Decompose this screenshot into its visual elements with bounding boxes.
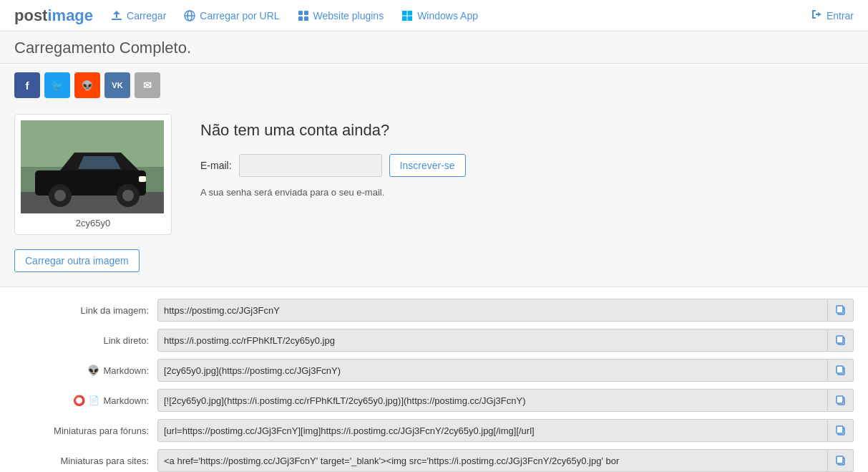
svg-rect-5 <box>298 16 303 21</box>
copy-button-min-forums[interactable] <box>828 419 854 442</box>
svg-rect-4 <box>304 11 308 15</box>
svg-rect-6 <box>304 16 308 21</box>
copy-button-imagem[interactable] <box>828 299 854 322</box>
reddit-share-button[interactable]: 👽 <box>74 72 100 98</box>
facebook-icon: f <box>26 80 29 92</box>
copy-icon <box>835 304 847 316</box>
copy-button-direto[interactable] <box>828 329 854 352</box>
upload-another-bar: Carregar outra imagem <box>0 249 868 286</box>
social-bar: f 🐦 👽 VK ✉ <box>0 64 868 107</box>
windows-icon <box>401 9 414 22</box>
svg-rect-21 <box>837 306 843 313</box>
email-label: E-mail: <box>200 160 232 171</box>
svg-point-16 <box>54 190 66 201</box>
link-input-min-forums[interactable] <box>157 419 828 442</box>
svg-rect-3 <box>298 11 303 15</box>
nav-carregar-label: Carregar <box>127 10 166 21</box>
car-image <box>21 120 164 213</box>
link-label-min-forums: Miniaturas para fóruns: <box>14 425 157 436</box>
svg-rect-27 <box>837 396 843 403</box>
entrar-label: Entrar <box>826 10 854 21</box>
main-content: 2cy65y0 Não tem uma conta ainda? E-mail:… <box>0 107 868 249</box>
nav-url[interactable]: Carregar por URL <box>183 9 279 22</box>
twitter-share-button[interactable]: 🐦 <box>44 72 70 98</box>
link-input-markdown1[interactable] <box>157 359 828 382</box>
copy-icon-md2 <box>835 395 847 406</box>
email-share-button[interactable]: ✉ <box>135 72 160 98</box>
page-title-bar: Carregamento Completo. <box>0 32 868 64</box>
reddit-share-icon: 👽 <box>82 80 93 91</box>
email-icon: ✉ <box>143 80 152 91</box>
image-preview <box>21 120 164 213</box>
nav-windows[interactable]: Windows App <box>401 9 478 22</box>
copy-button-markdown1[interactable] <box>828 359 854 382</box>
nav-plugins-label: Website plugins <box>313 10 384 21</box>
link-label-imagem: Link da imagem: <box>14 305 157 316</box>
login-icon <box>811 9 823 22</box>
copy-icon-mf <box>835 425 847 436</box>
link-row-markdown2: ⭕ 📄 Markdown: <box>14 389 854 412</box>
link-row-direto: Link direto: <box>14 329 854 352</box>
nav-url-label: Carregar por URL <box>200 10 279 21</box>
github-icon: ⭕ <box>73 395 85 406</box>
upload-another-button[interactable]: Carregar outra imagem <box>14 249 140 272</box>
link-input-markdown2[interactable] <box>157 389 828 412</box>
svg-rect-10 <box>408 16 413 21</box>
entrar-link[interactable]: Entrar <box>811 9 854 22</box>
password-note: A sua senha será enviada para o seu e-ma… <box>200 187 466 198</box>
globe-icon <box>183 9 196 22</box>
copy-icon-ms <box>835 455 847 466</box>
subscribe-button[interactable]: Inscrever-se <box>389 154 466 177</box>
svg-rect-29 <box>837 426 843 433</box>
md-icon: 📄 <box>89 395 99 405</box>
logo-image: image <box>47 6 93 25</box>
vk-share-button[interactable]: VK <box>104 72 130 98</box>
nav-carregar[interactable]: Carregar <box>110 9 166 22</box>
copy-icon-md1 <box>835 365 847 376</box>
svg-rect-31 <box>837 456 843 463</box>
copy-button-markdown2[interactable] <box>828 389 854 412</box>
email-row: E-mail: Inscrever-se <box>200 154 466 177</box>
link-label-min-sites: Miniaturas para sites: <box>14 456 157 466</box>
copy-icon-direto <box>835 334 847 346</box>
link-row-miniaturas-forums: Miniaturas para fóruns: <box>14 419 854 442</box>
svg-rect-9 <box>402 16 407 21</box>
email-input[interactable] <box>239 154 382 177</box>
svg-rect-25 <box>837 366 843 373</box>
vk-icon: VK <box>112 81 122 90</box>
logo[interactable]: postimage <box>14 6 93 25</box>
image-card: 2cy65y0 <box>14 114 172 235</box>
svg-rect-19 <box>139 176 146 182</box>
link-input-imagem[interactable] <box>157 299 828 322</box>
upload-icon <box>110 9 123 22</box>
copy-button-min-sites[interactable] <box>828 449 854 472</box>
svg-rect-8 <box>408 11 413 16</box>
link-input-min-sites[interactable] <box>157 449 828 472</box>
link-label-direto: Link direto: <box>14 335 157 346</box>
links-section: Link da imagem: Link direto: 👽 Markdown:… <box>0 286 868 472</box>
register-title: Não tem uma conta ainda? <box>200 121 466 140</box>
puzzle-icon <box>297 9 310 22</box>
link-row-imagem: Link da imagem: <box>14 299 854 322</box>
register-panel: Não tem uma conta ainda? E-mail: Inscrev… <box>200 114 466 205</box>
header: postimage Carregar Carregar por URL Webs… <box>0 0 868 32</box>
link-label-markdown2: ⭕ 📄 Markdown: <box>14 395 157 406</box>
facebook-share-button[interactable]: f <box>14 72 40 98</box>
svg-point-18 <box>122 190 134 201</box>
logo-post: post <box>14 6 47 25</box>
link-row-markdown1: 👽 Markdown: <box>14 359 854 382</box>
svg-rect-7 <box>402 11 407 16</box>
reddit-icon: 👽 <box>87 365 99 376</box>
twitter-icon: 🐦 <box>52 80 63 91</box>
link-label-markdown1: 👽 Markdown: <box>14 365 157 376</box>
svg-rect-23 <box>837 336 843 343</box>
nav-windows-label: Windows App <box>417 10 478 21</box>
link-row-miniaturas-sites: Miniaturas para sites: <box>14 449 854 472</box>
page-title: Carregamento Completo. <box>14 39 854 57</box>
link-input-direto[interactable] <box>157 329 828 352</box>
image-filename: 2cy65y0 <box>21 218 165 228</box>
nav-plugins[interactable]: Website plugins <box>297 9 384 22</box>
